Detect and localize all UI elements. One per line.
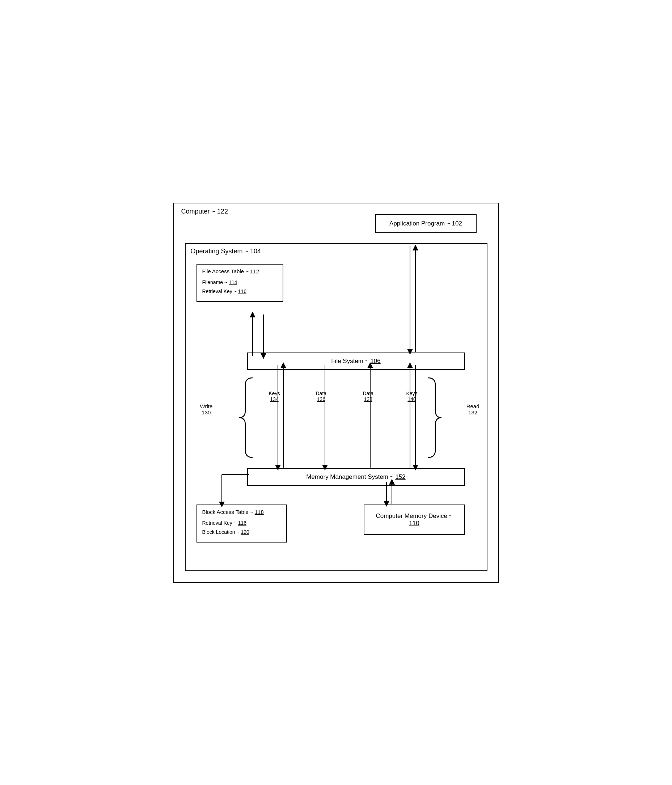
block-access-table-title: Block Access Table ~ 118 (202, 509, 281, 515)
app-program-box: Application Program ~ 102 (375, 214, 477, 233)
keys-134-label: Keys 134 (269, 391, 280, 402)
write-bracket (239, 378, 253, 457)
write-label: Write 130 (200, 403, 213, 416)
read-bracket (428, 378, 441, 457)
bat-retrieval-key-item: Retrieval Key ~ 116 (202, 519, 281, 528)
cmd-box: Computer Memory Device ~ 110 (364, 505, 465, 535)
block-location-item: Block Location ~ 120 (202, 528, 281, 537)
os-box: Operating System ~ 104 File Access Table… (185, 243, 488, 571)
read-label: Read 132 (466, 403, 480, 416)
filename-item: Filename ~ 114 (202, 278, 278, 287)
block-access-table-box: Block Access Table ~ 118 Retrieval Key ~… (197, 505, 287, 543)
keys-140-label: Keys 140 (406, 391, 417, 402)
file-access-table-box: File Access Table ~ 112 Filename ~ 114 R… (197, 264, 283, 302)
data-136-label: Data 136 (316, 391, 327, 402)
data-138-label: Data 138 (363, 391, 374, 402)
mms-box: Memory Management System ~ 152 (247, 468, 465, 486)
file-access-table-title: File Access Table ~ 112 (202, 268, 278, 274)
retrieval-key-item: Retrieval Key ~ 116 (202, 287, 278, 296)
file-system-box: File System ~ 106 (247, 352, 465, 370)
computer-label: Computer ~ 122 (181, 208, 228, 215)
diagram-container: Computer ~ 122 Application Program ~ 102… (173, 203, 499, 583)
os-label: Operating System ~ 104 (191, 247, 261, 255)
